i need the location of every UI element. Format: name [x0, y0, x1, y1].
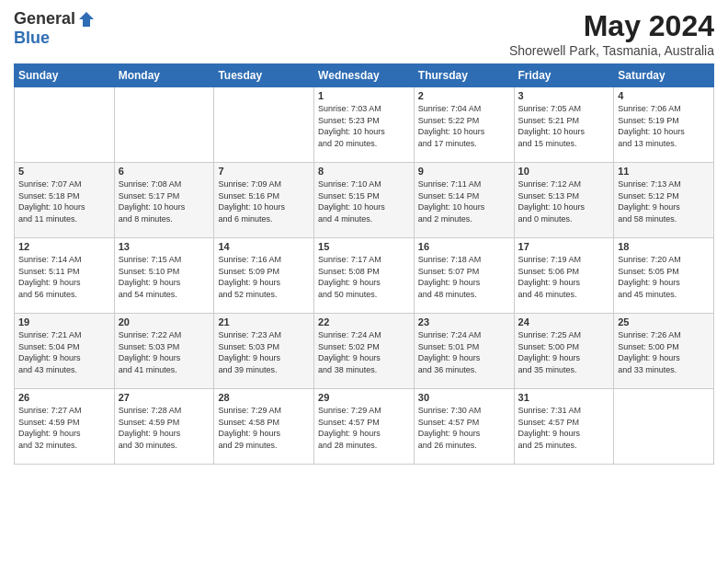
logo-icon	[77, 10, 96, 29]
day-info: Sunrise: 7:16 AM Sunset: 5:09 PM Dayligh…	[218, 254, 310, 300]
day-info: Sunrise: 7:17 AM Sunset: 5:08 PM Dayligh…	[318, 254, 410, 300]
page: General Blue May 2024 Shorewell Park, Ta…	[0, 0, 728, 563]
calendar-cell: 8Sunrise: 7:10 AM Sunset: 5:15 PM Daylig…	[314, 163, 415, 238]
day-number: 17	[518, 241, 610, 252]
calendar-cell: 28Sunrise: 7:29 AM Sunset: 4:58 PM Dayli…	[214, 389, 314, 465]
day-number: 22	[318, 316, 410, 327]
calendar-cell: 30Sunrise: 7:30 AM Sunset: 4:57 PM Dayli…	[414, 389, 514, 465]
logo-general-text: General	[14, 9, 75, 29]
day-info: Sunrise: 7:29 AM Sunset: 4:57 PM Dayligh…	[318, 405, 410, 451]
day-info: Sunrise: 7:28 AM Sunset: 4:59 PM Dayligh…	[119, 405, 210, 451]
day-info: Sunrise: 7:31 AM Sunset: 4:57 PM Dayligh…	[518, 405, 610, 451]
calendar-cell: 10Sunrise: 7:12 AM Sunset: 5:13 PM Dayli…	[514, 163, 614, 238]
day-info: Sunrise: 7:24 AM Sunset: 5:02 PM Dayligh…	[318, 329, 410, 375]
day-info: Sunrise: 7:14 AM Sunset: 5:11 PM Dayligh…	[18, 254, 110, 300]
day-number: 11	[618, 166, 710, 177]
day-info: Sunrise: 7:20 AM Sunset: 5:05 PM Dayligh…	[618, 254, 710, 300]
calendar-week-2: 5Sunrise: 7:07 AM Sunset: 5:18 PM Daylig…	[15, 163, 714, 238]
day-info: Sunrise: 7:07 AM Sunset: 5:18 PM Dayligh…	[18, 178, 110, 224]
day-number: 20	[119, 316, 210, 327]
calendar-cell: 13Sunrise: 7:15 AM Sunset: 5:10 PM Dayli…	[114, 238, 214, 314]
day-info: Sunrise: 7:13 AM Sunset: 5:12 PM Dayligh…	[618, 178, 710, 224]
calendar-cell: 5Sunrise: 7:07 AM Sunset: 5:18 PM Daylig…	[15, 163, 115, 238]
day-info: Sunrise: 7:03 AM Sunset: 5:23 PM Dayligh…	[318, 103, 410, 149]
calendar-cell: 27Sunrise: 7:28 AM Sunset: 4:59 PM Dayli…	[114, 389, 214, 465]
day-info: Sunrise: 7:22 AM Sunset: 5:03 PM Dayligh…	[119, 329, 210, 375]
calendar-week-3: 12Sunrise: 7:14 AM Sunset: 5:11 PM Dayli…	[15, 238, 714, 314]
calendar-week-5: 26Sunrise: 7:27 AM Sunset: 4:59 PM Dayli…	[15, 389, 714, 465]
calendar-cell: 12Sunrise: 7:14 AM Sunset: 5:11 PM Dayli…	[15, 238, 115, 314]
day-number: 28	[218, 392, 310, 403]
day-info: Sunrise: 7:10 AM Sunset: 5:15 PM Dayligh…	[318, 178, 410, 224]
calendar-cell	[114, 87, 214, 163]
calendar-header-thursday: Thursday	[414, 64, 514, 87]
day-info: Sunrise: 7:25 AM Sunset: 5:00 PM Dayligh…	[518, 329, 610, 375]
calendar-cell: 22Sunrise: 7:24 AM Sunset: 5:02 PM Dayli…	[314, 314, 415, 389]
subtitle: Shorewell Park, Tasmania, Australia	[509, 43, 714, 58]
day-number: 18	[618, 241, 710, 252]
day-info: Sunrise: 7:27 AM Sunset: 4:59 PM Dayligh…	[18, 405, 110, 451]
day-info: Sunrise: 7:26 AM Sunset: 5:00 PM Dayligh…	[618, 329, 710, 375]
day-number: 25	[618, 316, 710, 327]
calendar-cell: 2Sunrise: 7:04 AM Sunset: 5:22 PM Daylig…	[414, 87, 514, 163]
day-info: Sunrise: 7:04 AM Sunset: 5:22 PM Dayligh…	[418, 103, 510, 149]
logo: General Blue	[14, 9, 96, 48]
header: General Blue May 2024 Shorewell Park, Ta…	[14, 9, 714, 58]
logo-blue-text: Blue	[14, 29, 50, 47]
main-title: May 2024	[509, 9, 714, 43]
calendar-cell: 16Sunrise: 7:18 AM Sunset: 5:07 PM Dayli…	[414, 238, 514, 314]
day-number: 19	[18, 316, 110, 327]
calendar-cell: 4Sunrise: 7:06 AM Sunset: 5:19 PM Daylig…	[614, 87, 714, 163]
calendar-cell: 26Sunrise: 7:27 AM Sunset: 4:59 PM Dayli…	[15, 389, 115, 465]
day-info: Sunrise: 7:30 AM Sunset: 4:57 PM Dayligh…	[418, 405, 510, 451]
calendar-week-1: 1Sunrise: 7:03 AM Sunset: 5:23 PM Daylig…	[15, 87, 714, 163]
calendar-week-4: 19Sunrise: 7:21 AM Sunset: 5:04 PM Dayli…	[15, 314, 714, 389]
calendar-cell: 7Sunrise: 7:09 AM Sunset: 5:16 PM Daylig…	[214, 163, 314, 238]
day-number: 29	[318, 392, 410, 403]
calendar-cell: 15Sunrise: 7:17 AM Sunset: 5:08 PM Dayli…	[314, 238, 415, 314]
calendar-cell: 20Sunrise: 7:22 AM Sunset: 5:03 PM Dayli…	[114, 314, 214, 389]
day-info: Sunrise: 7:21 AM Sunset: 5:04 PM Dayligh…	[18, 329, 110, 375]
calendar-cell: 14Sunrise: 7:16 AM Sunset: 5:09 PM Dayli…	[214, 238, 314, 314]
day-info: Sunrise: 7:05 AM Sunset: 5:21 PM Dayligh…	[518, 103, 610, 149]
calendar-cell: 19Sunrise: 7:21 AM Sunset: 5:04 PM Dayli…	[15, 314, 115, 389]
day-number: 14	[218, 241, 310, 252]
calendar-cell: 29Sunrise: 7:29 AM Sunset: 4:57 PM Dayli…	[314, 389, 415, 465]
day-number: 23	[418, 316, 510, 327]
day-number: 6	[119, 166, 210, 177]
calendar-cell: 24Sunrise: 7:25 AM Sunset: 5:00 PM Dayli…	[514, 314, 614, 389]
day-number: 1	[318, 90, 410, 101]
title-block: May 2024 Shorewell Park, Tasmania, Austr…	[509, 9, 714, 58]
day-number: 4	[618, 90, 710, 101]
day-info: Sunrise: 7:15 AM Sunset: 5:10 PM Dayligh…	[119, 254, 210, 300]
day-info: Sunrise: 7:09 AM Sunset: 5:16 PM Dayligh…	[218, 178, 310, 224]
day-number: 3	[518, 90, 610, 101]
calendar-cell: 21Sunrise: 7:23 AM Sunset: 5:03 PM Dayli…	[214, 314, 314, 389]
day-number: 13	[119, 241, 210, 252]
calendar-header-monday: Monday	[114, 64, 214, 87]
calendar-cell: 6Sunrise: 7:08 AM Sunset: 5:17 PM Daylig…	[114, 163, 214, 238]
day-number: 12	[18, 241, 110, 252]
day-number: 9	[418, 166, 510, 177]
day-number: 5	[18, 166, 110, 177]
day-info: Sunrise: 7:24 AM Sunset: 5:01 PM Dayligh…	[418, 329, 510, 375]
day-number: 30	[418, 392, 510, 403]
day-info: Sunrise: 7:06 AM Sunset: 5:19 PM Dayligh…	[618, 103, 710, 149]
day-number: 10	[518, 166, 610, 177]
day-info: Sunrise: 7:08 AM Sunset: 5:17 PM Dayligh…	[119, 178, 210, 224]
calendar-cell	[614, 389, 714, 465]
day-info: Sunrise: 7:18 AM Sunset: 5:07 PM Dayligh…	[418, 254, 510, 300]
calendar-cell: 25Sunrise: 7:26 AM Sunset: 5:00 PM Dayli…	[614, 314, 714, 389]
day-number: 16	[418, 241, 510, 252]
day-number: 8	[318, 166, 410, 177]
svg-marker-0	[79, 12, 94, 27]
day-number: 7	[218, 166, 310, 177]
calendar: SundayMondayTuesdayWednesdayThursdayFrid…	[14, 63, 714, 465]
calendar-cell	[214, 87, 314, 163]
day-number: 24	[518, 316, 610, 327]
calendar-cell: 31Sunrise: 7:31 AM Sunset: 4:57 PM Dayli…	[514, 389, 614, 465]
day-info: Sunrise: 7:12 AM Sunset: 5:13 PM Dayligh…	[518, 178, 610, 224]
day-number: 27	[119, 392, 210, 403]
day-info: Sunrise: 7:11 AM Sunset: 5:14 PM Dayligh…	[418, 178, 510, 224]
calendar-header-friday: Friday	[514, 64, 614, 87]
